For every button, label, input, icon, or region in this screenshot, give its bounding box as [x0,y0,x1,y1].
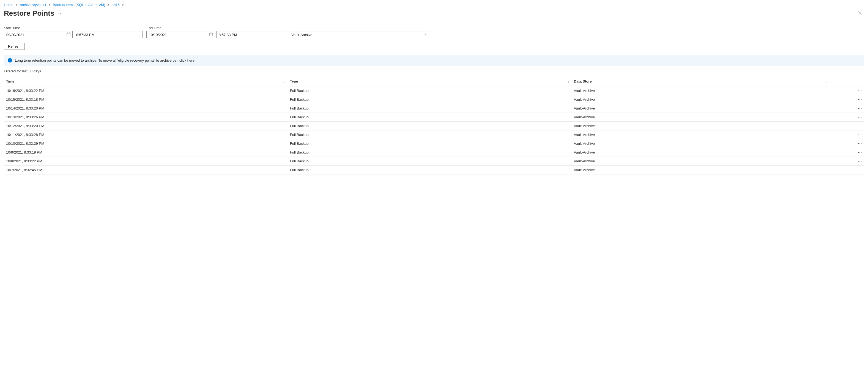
column-header-store[interactable]: Data Store ↑↓ [572,77,830,86]
start-date-field[interactable] [4,31,73,38]
breadcrumb-link[interactable]: Home [4,3,13,7]
cell-time: 10/11/2021, 8:33:28 PM [4,130,288,139]
cell-store: Vault-Archive [572,148,830,157]
start-time-input[interactable] [74,31,143,38]
cell-type: Full Backup [288,86,572,95]
column-header-type[interactable]: Type ↑↓ [288,77,572,86]
start-time-group: Start Time [4,26,143,38]
table-row[interactable]: 10/11/2021, 8:33:28 PMFull BackupVault-A… [4,130,864,139]
end-time-label: End Time [146,26,285,30]
start-date-input[interactable] [4,31,73,38]
table-row[interactable]: 10/14/2021, 8:33:20 PMFull BackupVault-A… [4,104,864,113]
tier-select-input[interactable] [289,31,429,38]
cell-store: Vault-Archive [572,139,830,148]
chevron-right-icon: > [16,3,18,7]
table-row[interactable]: 10/13/2021, 8:33:26 PMFull BackupVault-A… [4,113,864,122]
chevron-right-icon: > [49,3,51,7]
title-bar: Restore Points ··· [4,9,864,18]
sort-icon[interactable]: ↑↓ [282,80,286,83]
cell-time: 10/8/2021, 8:33:22 PM [4,157,288,166]
table-row[interactable]: 10/12/2021, 8:33:20 PMFull BackupVault-A… [4,122,864,130]
sort-icon[interactable]: ↑↓ [824,80,828,83]
end-time-group: End Time [146,26,285,38]
cell-type: Full Backup [288,104,572,113]
breadcrumb-link[interactable]: Backup Items (SQL in Azure VM) [53,3,105,7]
filter-caption: Filtered for last 30 days [4,69,864,73]
cell-type: Full Backup [288,95,572,104]
start-time-label: Start Time [4,26,143,30]
row-actions-icon[interactable]: ··· [832,115,862,119]
cell-store: Vault-Archive [572,157,830,166]
column-header-label: Time [6,79,14,83]
cell-store: Vault-Archive [572,122,830,130]
table-row[interactable]: 10/8/2021, 8:33:22 PMFull BackupVault-Ar… [4,157,864,166]
cell-store: Vault-Archive [572,130,830,139]
end-date-input[interactable] [146,31,215,38]
table-row[interactable]: 10/9/2021, 8:33:19 PMFull BackupVault-Ar… [4,148,864,157]
cell-store: Vault-Archive [572,95,830,104]
restore-points-table: Time ↑↓ Type ↑↓ Data Store ↑↓ 10/16/2021… [4,77,864,175]
row-actions-icon[interactable]: ··· [832,159,862,163]
refresh-button[interactable]: Refresh [4,43,25,50]
info-icon: i [8,58,12,62]
info-banner-text: Long term retention points can be moved … [15,58,194,62]
cell-time: 10/13/2021, 8:33:26 PM [4,113,288,122]
column-header-time[interactable]: Time ↑↓ [4,77,288,86]
more-actions-icon[interactable]: ··· [58,11,63,16]
table-row[interactable]: 10/16/2021, 8:33:22 PMFull BackupVault-A… [4,86,864,95]
cell-store: Vault-Archive [572,86,830,95]
row-actions-icon[interactable]: ··· [832,133,862,137]
cell-time: 10/12/2021, 8:33:20 PM [4,122,288,130]
cell-type: Full Backup [288,122,572,130]
row-actions-icon[interactable]: ··· [832,106,862,110]
sort-icon[interactable]: ↑↓ [566,80,569,83]
end-time-input[interactable] [216,31,285,38]
cell-type: Full Backup [288,139,572,148]
cell-time: 10/9/2021, 8:33:19 PM [4,148,288,157]
row-actions-icon[interactable]: ··· [832,89,862,93]
tier-select[interactable] [289,31,429,38]
end-date-field[interactable] [146,31,215,38]
table-row[interactable]: 10/15/2021, 8:33:18 PMFull BackupVault-A… [4,95,864,104]
cell-time: 10/10/2021, 8:32:29 PM [4,139,288,148]
column-header-label: Type [290,79,298,83]
row-actions-icon[interactable]: ··· [832,150,862,154]
cell-type: Full Backup [288,148,572,157]
cell-type: Full Backup [288,113,572,122]
cell-type: Full Backup [288,130,572,139]
row-actions-icon[interactable]: ··· [832,168,862,172]
filter-bar: Start Time End Time [4,26,864,38]
chevron-right-icon: > [122,3,124,7]
info-banner[interactable]: i Long term retention points can be move… [4,55,864,66]
row-actions-icon[interactable]: ··· [832,97,862,101]
column-header-label: Data Store [574,79,592,83]
row-actions-icon[interactable]: ··· [832,142,862,146]
row-actions-icon[interactable]: ··· [832,124,862,128]
breadcrumb-link[interactable]: db15 [112,3,120,7]
cell-store: Vault-Archive [572,113,830,122]
breadcrumb-link[interactable]: archiveccyvault1 [20,3,46,7]
chevron-right-icon: > [107,3,110,7]
table-row[interactable]: 10/10/2021, 8:32:29 PMFull BackupVault-A… [4,139,864,148]
cell-type: Full Backup [288,157,572,166]
cell-time: 10/16/2021, 8:33:22 PM [4,86,288,95]
tier-label [289,26,429,30]
close-icon[interactable] [855,9,864,18]
cell-time: 10/15/2021, 8:33:18 PM [4,95,288,104]
page-title: Restore Points [4,9,55,18]
tier-group [289,26,429,38]
cell-type: Full Backup [288,166,572,175]
cell-time: 10/7/2021, 8:32:45 PM [4,166,288,175]
cell-store: Vault-Archive [572,166,830,175]
cell-store: Vault-Archive [572,104,830,113]
cell-time: 10/14/2021, 8:33:20 PM [4,104,288,113]
table-row[interactable]: 10/7/2021, 8:32:45 PMFull BackupVault-Ar… [4,166,864,175]
breadcrumb: Home > archiveccyvault1 > Backup Items (… [4,3,864,7]
